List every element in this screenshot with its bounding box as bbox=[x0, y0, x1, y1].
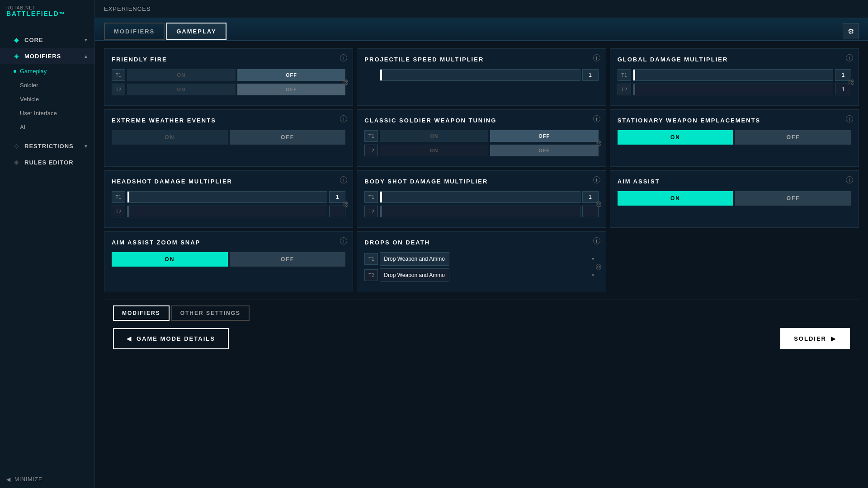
sidebar: RUTAB.NET BATTLEFIELD™ ◆ CORE ▼ ◈ MODIFI… bbox=[0, 0, 95, 488]
extreme-weather-card: EXTREME WEATHER EVENTS i ON OFF bbox=[104, 109, 353, 167]
classic-soldier-info[interactable]: i bbox=[593, 115, 600, 122]
dod-t2-row: T2 Drop Weapon and Ammo Drop Nothing Dro… bbox=[364, 268, 598, 282]
ff-t2-off[interactable]: OFF bbox=[237, 84, 346, 95]
drops-on-death-title: DROPS ON DEATH bbox=[364, 239, 598, 246]
tab-gameplay[interactable]: GAMEPLAY bbox=[166, 23, 226, 40]
link-icon-cs[interactable]: ⛓ bbox=[594, 140, 602, 147]
sidebar-sub-gameplay[interactable]: Gameplay bbox=[0, 64, 94, 78]
aa-off[interactable]: OFF bbox=[735, 191, 851, 206]
sidebar-item-restrictions[interactable]: ◇ RESTRICTIONS ▼ bbox=[0, 138, 94, 154]
headshot-damage-info[interactable]: i bbox=[340, 176, 347, 183]
classic-soldier-title: CLASSIC SOLDIER WEAPON TUNING bbox=[364, 117, 598, 124]
modifiers-icon: ◈ bbox=[13, 52, 20, 60]
bs-t2-label: T2 bbox=[364, 206, 378, 217]
projectile-t1-row: 1 bbox=[364, 69, 598, 81]
ps-t1-slider[interactable] bbox=[380, 69, 580, 81]
ff-t2-on[interactable]: ON bbox=[127, 84, 236, 95]
ff-t1-on[interactable]: ON bbox=[127, 69, 236, 81]
dod-t1-label: T1 bbox=[364, 253, 378, 265]
sidebar-sub-ui[interactable]: User Interface bbox=[0, 106, 94, 120]
back-button[interactable]: ◀ GAME MODE DETAILS bbox=[113, 328, 229, 349]
bottom-tab-modifiers[interactable]: MODIFIERS bbox=[113, 305, 170, 321]
cs-t2-on[interactable]: ON bbox=[380, 145, 488, 156]
sidebar-item-modifiers[interactable]: ◈ MODIFIERS ▲ bbox=[0, 48, 94, 64]
stationary-weapon-card: STATIONARY WEAPON EMPLACEMENTS i ON OFF bbox=[610, 109, 859, 167]
dod-t2-label: T2 bbox=[364, 269, 378, 281]
hd-t1-label: T1 bbox=[112, 191, 125, 203]
gd-t2-slider[interactable] bbox=[633, 84, 833, 95]
aim-assist-zoom-title: AIM ASSIST ZOOM SNAP bbox=[112, 239, 345, 246]
body-shot-damage-card: BODY SHOT DAMAGE MULTIPLIER i T1 1 T2 bbox=[357, 170, 606, 228]
sidebar-sub-soldier[interactable]: Soldier bbox=[0, 78, 94, 92]
bs-t1-slider[interactable] bbox=[380, 191, 580, 203]
header-tabs: MODIFIERS GAMEPLAY ⚙ bbox=[95, 18, 868, 41]
hd-t1-slider[interactable] bbox=[127, 191, 327, 203]
link-icon-gd[interactable]: ⛓ bbox=[847, 79, 855, 86]
bs-t2-row: T2 bbox=[364, 206, 598, 217]
friendly-fire-info[interactable]: i bbox=[340, 54, 347, 61]
tab-modifiers[interactable]: MODIFIERS bbox=[104, 23, 165, 40]
modifiers-grid: FRIENDLY FIRE i T1 ON OFF T2 ON OFF bbox=[104, 48, 859, 292]
aaz-on[interactable]: ON bbox=[112, 252, 228, 267]
global-damage-title: GLOBAL DAMAGE MULTIPLIER bbox=[618, 56, 851, 63]
aaz-off[interactable]: OFF bbox=[230, 252, 346, 267]
dod-t1-wrapper: Drop Weapon and Ammo Drop Nothing Drop A… bbox=[380, 252, 598, 266]
aim-assist-zoom-toggle: ON OFF bbox=[112, 252, 345, 267]
settings-gear-button[interactable]: ⚙ bbox=[843, 23, 859, 39]
next-arrow-icon: ▶ bbox=[831, 335, 836, 342]
cs-t2-label: T2 bbox=[364, 145, 378, 156]
hd-t2-slider[interactable] bbox=[127, 206, 327, 217]
stationary-weapon-toggle: ON OFF bbox=[618, 130, 851, 145]
t2-label: T2 bbox=[112, 84, 125, 95]
cs-t1-label: T1 bbox=[364, 130, 378, 142]
sw-off[interactable]: OFF bbox=[735, 130, 851, 145]
friendly-fire-t1-row: T1 ON OFF bbox=[112, 69, 345, 81]
link-icon-hd[interactable]: ⛓ bbox=[341, 201, 349, 208]
link-icon-bs[interactable]: ⛓ bbox=[594, 201, 602, 208]
friendly-fire-card: FRIENDLY FIRE i T1 ON OFF T2 ON OFF bbox=[104, 48, 353, 106]
bottom-tab-other-settings[interactable]: OTHER SETTINGS bbox=[171, 305, 250, 321]
dod-t2-select[interactable]: Drop Weapon and Ammo Drop Nothing Drop A… bbox=[380, 268, 449, 282]
ew-off[interactable]: OFF bbox=[230, 130, 346, 145]
global-damage-info[interactable]: i bbox=[846, 54, 853, 61]
headshot-damage-card: HEADSHOT DAMAGE MULTIPLIER i T1 1 T2 bbox=[104, 170, 353, 228]
link-icon-dod[interactable]: ⛓ bbox=[594, 263, 602, 271]
ps-t1-value: 1 bbox=[582, 69, 599, 81]
extreme-weather-info[interactable]: i bbox=[340, 115, 347, 122]
sidebar-item-rules[interactable]: ◈ RULES EDITOR bbox=[0, 154, 94, 170]
ff-t1-off[interactable]: OFF bbox=[237, 69, 346, 81]
bs-t1-row: T1 1 bbox=[364, 191, 598, 203]
sidebar-sub-vehicle[interactable]: Vehicle bbox=[0, 92, 94, 106]
ew-on[interactable]: ON bbox=[112, 130, 228, 145]
aim-assist-info[interactable]: i bbox=[846, 176, 853, 183]
sidebar-restrictions-label: RESTRICTIONS bbox=[24, 143, 79, 150]
sw-on[interactable]: ON bbox=[618, 130, 734, 145]
next-button[interactable]: SOLDIER ▶ bbox=[780, 328, 850, 349]
drops-on-death-info[interactable]: i bbox=[593, 237, 600, 244]
bs-t2-slider[interactable] bbox=[380, 206, 580, 217]
gd-t1-slider[interactable] bbox=[633, 69, 833, 81]
main-content: EXPERIENCES MODIFIERS GAMEPLAY ⚙ FRIENDL… bbox=[95, 0, 868, 488]
chevron-down-icon2: ▼ bbox=[84, 144, 88, 149]
rules-icon: ◈ bbox=[13, 159, 20, 166]
aim-assist-title: AIM ASSIST bbox=[618, 178, 851, 185]
stationary-weapon-title: STATIONARY WEAPON EMPLACEMENTS bbox=[618, 117, 851, 124]
cs-t2-off[interactable]: OFF bbox=[490, 145, 599, 156]
sidebar-modifiers-label: MODIFIERS bbox=[24, 53, 79, 60]
projectile-speed-info[interactable]: i bbox=[593, 54, 600, 61]
cs-t1-on[interactable]: ON bbox=[380, 130, 488, 142]
minimize-button[interactable]: ◀ MINIMIZE bbox=[0, 471, 94, 488]
friendly-fire-title: FRIENDLY FIRE bbox=[112, 56, 345, 63]
aa-on[interactable]: ON bbox=[618, 191, 734, 206]
aim-assist-zoom-info[interactable]: i bbox=[340, 237, 347, 244]
stationary-weapon-info[interactable]: i bbox=[846, 115, 853, 122]
link-icon-ff[interactable]: ⛓ bbox=[341, 79, 349, 86]
cs-t1-off[interactable]: OFF bbox=[490, 130, 599, 142]
body-shot-damage-info[interactable]: i bbox=[593, 176, 600, 183]
friendly-fire-t2-row: T2 ON OFF bbox=[112, 84, 345, 95]
next-label: SOLDIER bbox=[794, 335, 826, 342]
dod-t1-select[interactable]: Drop Weapon and Ammo Drop Nothing Drop A… bbox=[380, 252, 449, 266]
sidebar-item-core[interactable]: ◆ CORE ▼ bbox=[0, 32, 94, 48]
t1-label: T1 bbox=[112, 69, 125, 81]
sidebar-sub-ai[interactable]: AI bbox=[0, 120, 94, 134]
